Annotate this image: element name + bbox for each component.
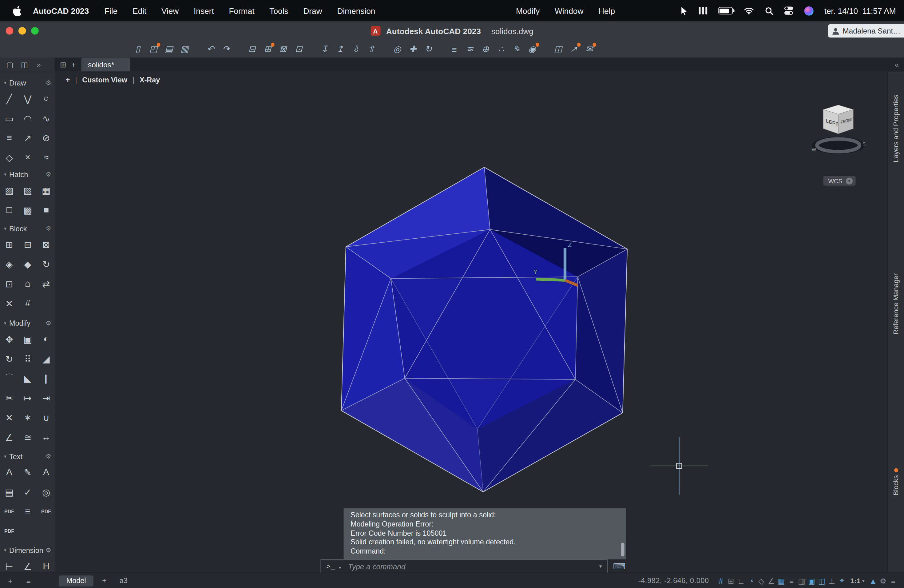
single-line-text-tool[interactable]: A xyxy=(37,463,55,482)
revision-cloud-tool[interactable]: ≈ xyxy=(37,148,55,167)
scale-tool[interactable]: ◢ xyxy=(37,349,55,368)
control-center-icon[interactable] xyxy=(784,6,793,15)
collapse-caret-icon[interactable]: ▾ xyxy=(4,454,6,459)
explode-tool[interactable]: ✶ xyxy=(19,408,37,427)
pdf-export-icon[interactable]: ⇩ xyxy=(349,43,362,55)
hatch-crosshatch-tool[interactable]: ▦ xyxy=(37,180,55,200)
purge-tool[interactable]: ✕ xyxy=(0,293,19,313)
trim-tool[interactable]: ✂ xyxy=(0,388,19,408)
zoom-icon[interactable]: ◎ xyxy=(391,43,403,55)
menu-item[interactable]: File xyxy=(97,6,125,15)
rectangle-tool[interactable]: ▭ xyxy=(0,109,19,128)
command-launcher-icon[interactable]: ⌨ xyxy=(612,560,626,573)
object-snap-tracking-icon[interactable]: ∠ xyxy=(766,576,776,585)
collapse-caret-icon[interactable]: ▾ xyxy=(4,226,6,231)
gear-icon[interactable]: ⚙ xyxy=(46,453,51,460)
dim-aligned-tool[interactable]: ∠ xyxy=(19,556,37,573)
tab-blocks[interactable]: Blocks xyxy=(888,468,904,496)
menu-item[interactable]: Draw xyxy=(296,6,330,15)
menu-item[interactable]: Format xyxy=(221,6,262,15)
array-tool[interactable]: ⠿ xyxy=(19,349,37,368)
customization-icon[interactable]: ≡ xyxy=(888,576,898,585)
collapse-caret-icon[interactable]: ▾ xyxy=(4,80,6,85)
collapse-caret-icon[interactable]: ▾ xyxy=(4,321,6,326)
model-space-scene[interactable]: Y Z xyxy=(55,72,888,573)
command-placeholder[interactable]: Type a command xyxy=(348,562,406,571)
hatch-pattern-tool[interactable]: ▨ xyxy=(0,180,19,200)
chamfer-tool[interactable]: ◣ xyxy=(19,368,37,388)
tabs-overflow-right-icon[interactable]: « xyxy=(895,60,904,69)
menu-item[interactable]: Dimension xyxy=(330,6,383,15)
menu-item[interactable]: Window xyxy=(547,6,591,15)
dynamic-input-icon[interactable]: ⌖ xyxy=(837,576,847,585)
boundary-tool[interactable]: □ xyxy=(0,200,19,220)
lineweight-icon[interactable]: ≡ xyxy=(787,576,797,585)
replace-block-tool[interactable]: ⇄ xyxy=(37,274,55,294)
annotation-scale-button[interactable]: 1:1 ▾ xyxy=(850,577,864,585)
xref-attach-icon[interactable]: ⊕ xyxy=(479,43,492,55)
drawing-canvas[interactable]: Y Z + | Custom View | X-Ray xyxy=(55,72,888,573)
section-header-text[interactable]: ▾ Text ⚙ xyxy=(0,450,55,462)
section-header-block[interactable]: ▾ Block ⚙ xyxy=(0,223,55,235)
menu-item[interactable]: Edit xyxy=(125,6,154,15)
layout-tab-a3[interactable]: a3 xyxy=(120,577,128,585)
create-block-tool[interactable]: ⊟ xyxy=(19,235,37,254)
write-block-tool[interactable]: ⊡ xyxy=(0,274,19,294)
find-text-tool[interactable]: ◎ xyxy=(37,482,55,502)
copy-tool[interactable]: ▣ xyxy=(19,329,37,349)
model-tab[interactable]: Model xyxy=(59,575,93,586)
geolocation-icon[interactable]: ◉ xyxy=(526,43,538,55)
gear-icon[interactable]: ⚙ xyxy=(46,225,51,232)
circle-tool[interactable]: ○ xyxy=(37,89,55,109)
spotlight-search-icon[interactable] xyxy=(765,7,773,15)
wcs-dropdown[interactable]: WCS ▾ xyxy=(823,176,856,186)
workspace-gear-icon[interactable]: ⚙ xyxy=(878,576,888,585)
pdf-import-tool[interactable]: PDF xyxy=(0,501,19,521)
command-input[interactable]: >_ ▾ Type a command ▾ xyxy=(321,560,608,573)
export-icon[interactable]: ↥ xyxy=(334,43,346,55)
collapse-caret-icon[interactable]: ▾ xyxy=(4,548,6,553)
menu-item[interactable]: View xyxy=(154,6,186,15)
attribute-sync-tool[interactable]: ↻ xyxy=(37,254,55,274)
dynamic-ucs-icon[interactable]: ⊥ xyxy=(827,576,837,585)
gear-icon[interactable]: ⚙ xyxy=(46,79,51,87)
battery-icon[interactable] xyxy=(718,7,733,14)
markup-icon[interactable]: ✎ xyxy=(510,43,523,55)
erase-tool[interactable]: ✕ xyxy=(0,408,19,427)
menu-item[interactable]: Help xyxy=(591,6,623,15)
batch-plot-icon[interactable]: ⊡ xyxy=(292,43,305,55)
layer-properties-icon[interactable]: ≡ xyxy=(448,43,461,55)
join-tool[interactable]: ∪ xyxy=(37,408,55,427)
viewport-view-button[interactable]: Custom View xyxy=(82,76,127,84)
icosahedron-solid[interactable] xyxy=(341,167,627,492)
attach-reference-tool[interactable]: ◆ xyxy=(19,254,37,274)
edit-text-tool[interactable]: ✎ xyxy=(19,463,37,482)
selection-tool-icon[interactable]: ▢ xyxy=(6,60,14,69)
open-drawing-icon[interactable]: ◰ xyxy=(147,43,160,55)
menu-clock[interactable]: ter. 14/10 11:57 AM xyxy=(824,6,896,15)
palette-add-button[interactable]: + xyxy=(8,576,12,585)
hatch-lines-tool[interactable]: ≡ xyxy=(0,128,19,148)
gear-icon[interactable]: ⚙ xyxy=(46,547,51,554)
file-tabs-menu-icon[interactable]: ⊞ xyxy=(60,60,66,69)
fillet-tool[interactable]: ⌒ xyxy=(0,368,19,388)
xline-tool[interactable]: ↗ xyxy=(19,128,37,148)
viewcube[interactable]: W S LEFT FRONT xyxy=(809,97,868,159)
lengthen-tool[interactable]: ↔ xyxy=(37,427,55,447)
wifi-icon[interactable] xyxy=(743,7,754,14)
count-blocks-tool[interactable]: # xyxy=(19,293,37,313)
content-browser-icon[interactable]: ◫ xyxy=(552,43,564,55)
grid-display-icon[interactable]: # xyxy=(716,576,726,585)
pdf-underlay-tool[interactable]: PDF xyxy=(0,521,19,541)
polar-tracking-icon[interactable]: ◔ xyxy=(746,576,756,585)
solid-fill-tool[interactable]: ■ xyxy=(37,200,55,220)
feedback-icon[interactable]: ✉ xyxy=(583,43,596,55)
pan-icon[interactable]: ✚ xyxy=(406,43,419,55)
section-header-draw[interactable]: ▾ Draw ⚙ xyxy=(0,77,55,89)
point-tool[interactable]: × xyxy=(19,148,37,167)
user-account-button[interactable]: Madalena Sant… xyxy=(828,24,904,38)
arc-tool[interactable]: ◠ xyxy=(19,109,37,128)
stretch-tool[interactable]: ⇥ xyxy=(37,388,55,408)
tab-layers-and-properties[interactable]: Layers and Properties xyxy=(888,95,904,162)
mirror-tool[interactable]: ◐ xyxy=(37,329,55,349)
